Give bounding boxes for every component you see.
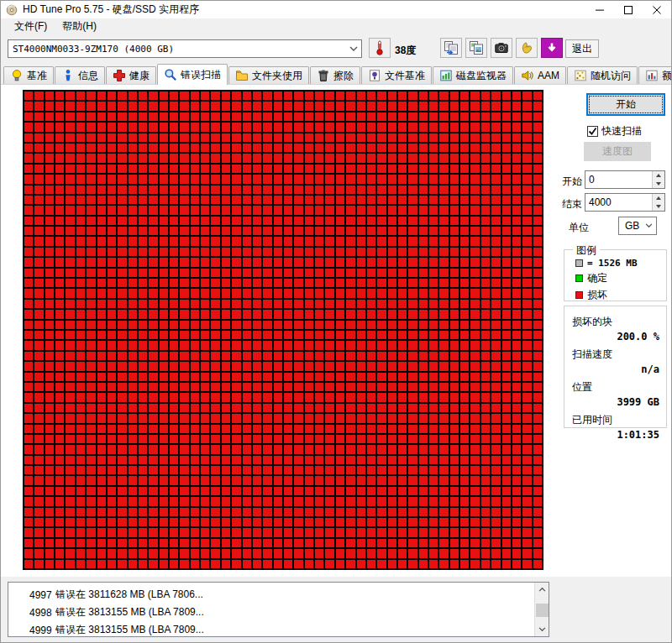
scan-block (533, 206, 542, 214)
stat-value-scan-speed: n/a (564, 363, 666, 379)
scan-block (305, 206, 313, 214)
scan-block (367, 528, 375, 536)
tab-health[interactable]: 健康 (106, 66, 156, 84)
scan-block (470, 341, 479, 349)
scan-block (336, 414, 344, 422)
scroll-up-icon[interactable] (535, 583, 549, 596)
scan-block (481, 518, 490, 526)
log-row[interactable]: 4997错误在 3811628 MB (LBA 7806... (8, 586, 534, 604)
copy-text-button[interactable] (440, 38, 462, 58)
scan-block (263, 258, 271, 266)
menu-file[interactable]: 文件(F) (7, 18, 55, 34)
scan-block (336, 300, 344, 308)
tab-error-scan[interactable]: 错误扫描 (157, 64, 228, 85)
scan-block (87, 528, 95, 536)
scan-block (502, 404, 511, 412)
scan-block (294, 196, 302, 204)
scan-block (129, 487, 137, 495)
scan-block (367, 362, 375, 370)
scan-block (66, 466, 74, 474)
scan-block (398, 487, 407, 495)
stat-value-position: 3999 GB (564, 395, 666, 411)
log-row[interactable]: 4999错误在 3813155 MB (LBA 7809... (8, 621, 534, 636)
scan-block (439, 331, 448, 339)
scan-block (66, 549, 74, 557)
stat-value-damaged-blocks: 200.0 % (564, 330, 666, 346)
scan-block (211, 165, 219, 173)
tab-file-benchmark[interactable]: 文件基准 (361, 66, 432, 84)
quick-scan-checkbox[interactable] (587, 126, 598, 137)
close-button[interactable] (643, 1, 671, 18)
maximize-button[interactable] (614, 1, 643, 18)
scan-block (243, 414, 251, 422)
scan-block (129, 373, 137, 381)
scan-block (377, 91, 386, 100)
tab-extra-tests[interactable]: 额外测试 (638, 66, 672, 84)
tab-benchmark[interactable]: 基准 (3, 66, 54, 84)
tab-disk-monitor[interactable]: 磁盘监视器 (433, 66, 513, 84)
scan-block (129, 549, 137, 557)
drive-selector[interactable]: ST4000NM0033-9ZM170 (4000 GB) (8, 39, 362, 58)
spin-up-icon[interactable] (653, 171, 664, 180)
spin-up-icon[interactable] (653, 194, 664, 202)
scan-block (367, 383, 375, 391)
start-input[interactable] (585, 171, 652, 188)
copy-image-button[interactable] (465, 38, 487, 58)
scan-block (129, 466, 137, 474)
spin-down-icon[interactable] (653, 202, 664, 211)
start-scan-button[interactable]: 开始 (586, 93, 665, 116)
scan-block (439, 102, 448, 110)
scan-block (522, 518, 531, 526)
scan-block (87, 508, 95, 516)
scan-block (325, 435, 333, 443)
temperature-button[interactable] (369, 38, 391, 58)
scan-block (325, 217, 333, 225)
scroll-down-icon[interactable] (535, 623, 549, 636)
scan-block (377, 341, 386, 349)
speed-map-button[interactable]: 速度图 (584, 142, 651, 161)
screenshot-button[interactable] (491, 38, 512, 58)
scan-block (315, 466, 323, 474)
scan-block (149, 279, 157, 287)
scan-block (76, 393, 85, 401)
scan-block (367, 445, 375, 453)
exit-button[interactable]: 退出 (565, 39, 599, 58)
menu-help[interactable]: 帮助(H) (55, 18, 104, 34)
scan-block (398, 341, 407, 349)
tab-erase[interactable]: 擦除 (310, 66, 360, 84)
scan-block (460, 133, 469, 142)
hand-button[interactable] (516, 38, 538, 58)
legend-label: 损坏 (587, 288, 607, 302)
scan-block (139, 476, 147, 484)
scan-block (533, 528, 542, 536)
log-scrollbar[interactable] (534, 583, 549, 636)
legend-title: 图例 (573, 243, 600, 258)
scan-block (274, 508, 282, 516)
tab-label: 健康 (129, 69, 150, 83)
scan-block (325, 248, 333, 256)
tab-info[interactable]: 信息 (55, 66, 105, 84)
scan-block (149, 362, 157, 370)
tab-aam[interactable]: AAM (514, 66, 566, 84)
tab-bar: 基准信息健康错误扫描文件夹使用擦除文件基准磁盘监视器AAM随机访问额外测试 (1, 63, 671, 85)
tab-random-access[interactable]: 随机访问 (567, 66, 638, 84)
scan-block (439, 549, 448, 557)
scan-block (243, 476, 251, 484)
tab-folder-usage[interactable]: 文件夹使用 (228, 66, 309, 84)
scan-block (129, 123, 137, 131)
update-button[interactable] (541, 38, 563, 58)
scrollbar-thumb[interactable] (536, 604, 549, 617)
scan-block (139, 466, 147, 474)
scan-block (533, 133, 542, 142)
scan-block (201, 300, 209, 308)
scan-block (55, 476, 64, 484)
unit-select[interactable]: GB (618, 217, 657, 235)
scan-block (129, 518, 137, 526)
scan-block (377, 310, 386, 318)
log-row[interactable]: 4998错误在 3813155 MB (LBA 7809... (8, 604, 534, 621)
end-input[interactable] (585, 194, 652, 211)
spin-down-icon[interactable] (653, 180, 664, 188)
minimize-button[interactable] (585, 1, 614, 18)
scan-block (429, 466, 438, 474)
scan-block (160, 528, 168, 536)
